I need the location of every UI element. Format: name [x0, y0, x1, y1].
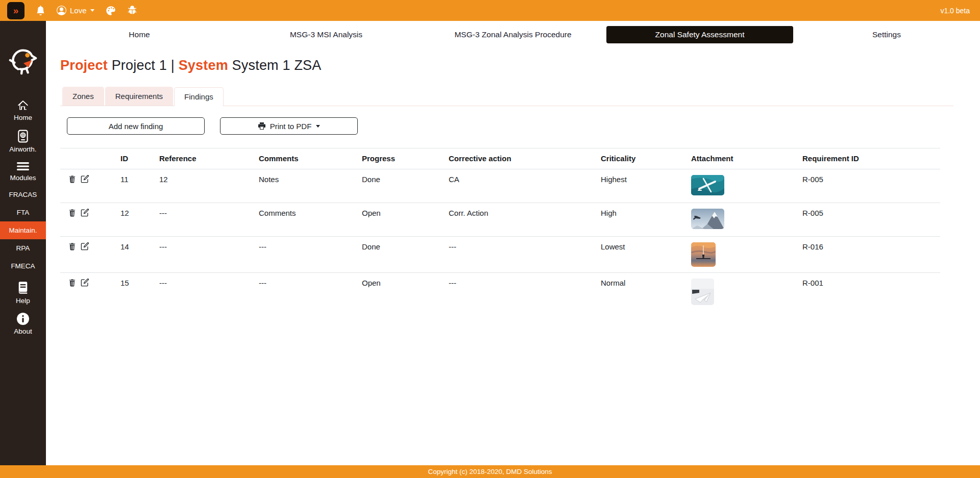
title-separator: |	[171, 58, 175, 73]
edit-row-button[interactable]	[81, 209, 89, 217]
cell-requirement-id: R-016	[798, 237, 940, 273]
sidebar-item-fmeca[interactable]: FMECA	[0, 257, 46, 275]
topnav-tab-settings[interactable]: Settings	[793, 26, 980, 43]
book-icon	[0, 281, 46, 294]
col-reference: Reference	[155, 148, 255, 169]
sidebar-item-label: Maintain.	[9, 227, 37, 234]
topnav-tab-msg3-zonal-analysis-procedure[interactable]: MSG-3 Zonal Analysis Procedure	[420, 26, 606, 43]
findings-table: ID Reference Comments Progress Correctiv…	[60, 148, 940, 311]
col-requirement-id: Requirement ID	[798, 148, 940, 169]
sidebar-item-about[interactable]: About	[0, 309, 46, 339]
sidebar-item-rpa[interactable]: RPA	[0, 239, 46, 257]
sidebar-item-label: Help	[16, 297, 30, 305]
cell-requirement-id: R-005	[798, 169, 940, 203]
cell-progress: Done	[358, 237, 445, 273]
sidebar-item-fta[interactable]: FTA	[0, 204, 46, 221]
attachment-thumbnail-jet-near-snowy-mountain[interactable]	[691, 209, 724, 229]
cell-requirement-id: R-005	[798, 203, 940, 237]
col-corrective-action: Corrective action	[445, 148, 597, 169]
cell-corrective-action: CA	[445, 169, 597, 203]
app-logo-bird-icon[interactable]	[7, 44, 39, 78]
cell-id: 14	[116, 237, 155, 273]
cell-comments: ---	[255, 237, 358, 273]
sidebar-item-label: About	[14, 328, 32, 335]
cell-corrective-action: ---	[445, 273, 597, 311]
palette-icon[interactable]	[106, 6, 116, 16]
sidebar-item-label: Modules	[10, 174, 36, 182]
sidebar-collapse-button[interactable]: »	[7, 2, 24, 19]
menu-bars-icon	[0, 161, 46, 171]
footer: Copyright (c) 2018-2020, DMD Solutions	[0, 465, 980, 478]
bug-icon[interactable]	[127, 6, 137, 16]
sidebar-item-help[interactable]: Help	[0, 277, 46, 309]
system-label: System	[179, 58, 228, 73]
sidebar-item-label: RPA	[16, 244, 30, 252]
system-name: System 1 ZSA	[232, 58, 322, 73]
edit-row-button[interactable]	[81, 279, 89, 287]
cell-criticality: Lowest	[597, 237, 687, 273]
sidebar-item-fracas[interactable]: FRACAS	[0, 186, 46, 204]
cell-comments: ---	[255, 273, 358, 311]
add-new-finding-label: Add new finding	[109, 122, 163, 131]
print-to-pdf-button[interactable]: Print to PDF	[220, 117, 358, 135]
print-to-pdf-label: Print to PDF	[270, 122, 312, 131]
table-header-row: ID Reference Comments Progress Correctiv…	[60, 148, 940, 169]
cell-criticality: Highest	[597, 169, 687, 203]
cell-reference: 12	[155, 169, 255, 203]
cell-progress: Open	[358, 203, 445, 237]
action-buttons-row: Add new finding Print to PDF	[67, 117, 980, 135]
col-id: ID	[116, 148, 155, 169]
col-attachment: Attachment	[687, 148, 798, 169]
attachment-thumbnail-plane-sunset-rear-view[interactable]	[691, 242, 716, 267]
attachment-thumbnail-paper-plane-on-desk[interactable]	[691, 279, 714, 305]
edit-row-button[interactable]	[81, 242, 89, 250]
sidebar-item-label: FTA	[17, 209, 30, 216]
printer-icon	[258, 122, 266, 130]
cell-comments: Notes	[255, 169, 358, 203]
topnav-tab-home[interactable]: Home	[46, 26, 233, 43]
bell-icon[interactable]	[36, 6, 45, 15]
person-circle-icon	[57, 6, 66, 15]
delete-row-button[interactable]	[68, 175, 76, 183]
delete-row-button[interactable]	[68, 209, 76, 217]
cell-corrective-action: Corr. Action	[445, 203, 597, 237]
user-menu[interactable]: Love	[57, 6, 94, 15]
col-criticality: Criticality	[597, 148, 687, 169]
sidebar: Home Airworth. Modules F	[0, 21, 46, 465]
topnav-tab-msg3-msi-analysis[interactable]: MSG-3 MSI Analysis	[233, 26, 420, 43]
cell-corrective-action: ---	[445, 237, 597, 273]
sidebar-item-label: FRACAS	[9, 191, 37, 198]
user-name: Love	[70, 6, 87, 15]
sidebar-item-modules[interactable]: Modules	[0, 157, 46, 186]
edit-row-button[interactable]	[81, 175, 89, 183]
table-row: 11 12 Notes Done CA Highest	[60, 169, 940, 203]
table-row: 12 --- Comments Open Corr. Action High	[60, 203, 940, 237]
tab-zones[interactable]: Zones	[62, 87, 104, 106]
cell-criticality: High	[597, 203, 687, 237]
top-navigation: Home MSG-3 MSI Analysis MSG-3 Zonal Anal…	[46, 21, 980, 44]
add-new-finding-button[interactable]: Add new finding	[67, 117, 205, 135]
chevron-down-icon	[316, 125, 320, 128]
findings-tab-bar: Zones Requirements Findings	[60, 87, 953, 106]
tab-findings[interactable]: Findings	[174, 87, 224, 106]
sidebar-item-maintain[interactable]: Maintain.	[0, 221, 46, 239]
topnav-tab-zonal-safety-assessment[interactable]: Zonal Safety Assessment	[606, 26, 793, 43]
sidebar-item-home[interactable]: Home	[0, 96, 46, 125]
cell-criticality: Normal	[597, 273, 687, 311]
page-title: Project Project 1 | System System 1 ZSA	[60, 58, 980, 73]
tab-requirements[interactable]: Requirements	[105, 87, 173, 106]
delete-row-button[interactable]	[68, 279, 76, 287]
delete-row-button[interactable]	[68, 242, 76, 250]
top-bar: » Love v1.0 beta	[0, 0, 980, 21]
chevron-down-icon	[90, 9, 94, 12]
cell-id: 11	[116, 169, 155, 203]
attachment-thumbnail-plane-over-teal-sea[interactable]	[691, 175, 724, 195]
sidebar-item-airworthiness[interactable]: Airworth.	[0, 125, 46, 157]
table-row: 15 --- --- Open --- Normal	[60, 273, 940, 311]
project-name: Project 1	[112, 58, 167, 73]
passport-icon	[0, 130, 46, 143]
home-icon	[0, 100, 46, 111]
cell-comments: Comments	[255, 203, 358, 237]
cell-reference: ---	[155, 203, 255, 237]
cell-progress: Done	[358, 169, 445, 203]
